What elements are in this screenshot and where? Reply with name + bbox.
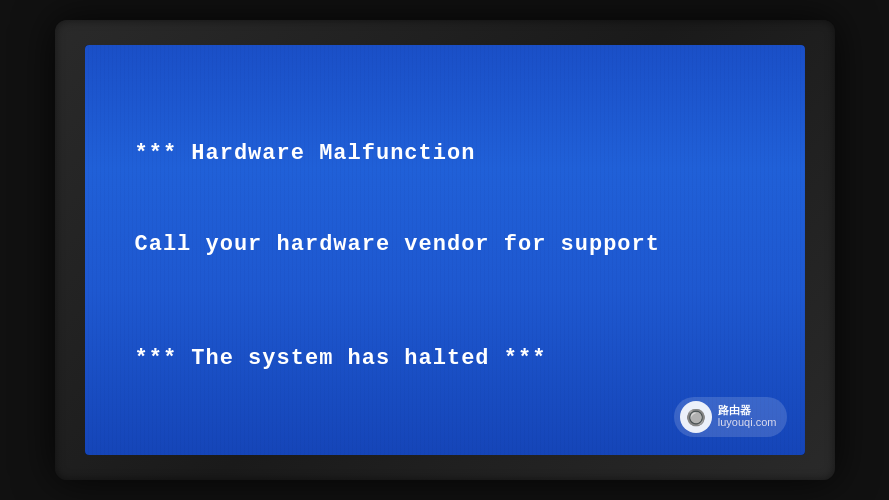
bsod-line-3: *** The system has halted *** [135, 341, 755, 376]
screen-bezel: *** Hardware Malfunction Call your hardw… [85, 45, 805, 455]
bsod-line-1: *** Hardware Malfunction [135, 136, 755, 171]
bsod-line-2: Call your hardware vendor for support [135, 227, 755, 262]
laptop-outer: *** Hardware Malfunction Call your hardw… [55, 20, 835, 480]
watermark-text: 路由器 luyouqi.com [718, 405, 777, 429]
watermark-emoji: 🔘 [686, 408, 706, 427]
watermark-icon: 🔘 [680, 401, 712, 433]
watermark: 🔘 路由器 luyouqi.com [674, 397, 787, 437]
bsod-text-block: *** Hardware Malfunction Call your hardw… [135, 85, 755, 427]
watermark-site-bottom: luyouqi.com [718, 416, 777, 429]
bsod-screen: *** Hardware Malfunction Call your hardw… [85, 45, 805, 455]
photo-frame: *** Hardware Malfunction Call your hardw… [0, 0, 889, 500]
watermark-site-top: 路由器 [718, 405, 751, 416]
